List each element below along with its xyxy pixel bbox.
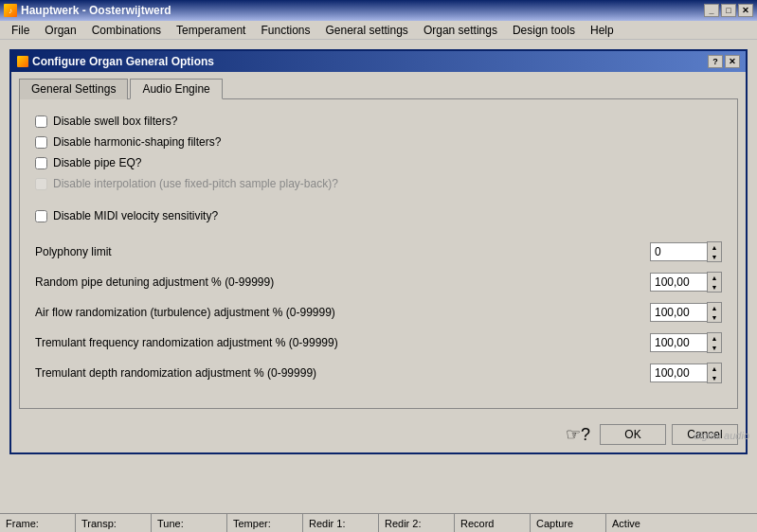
tremulant-freq-label: Tremulant frequency randomization adjust… xyxy=(35,336,338,349)
title-bar: ♪ Hauptwerk - Oosterwijtwerd _ □ ✕ xyxy=(0,0,757,21)
dialog-close-button[interactable]: ✕ xyxy=(725,55,740,68)
menu-file[interactable]: File xyxy=(4,22,37,39)
checkbox-swell-box-label: Disable swell box filters? xyxy=(53,115,177,128)
polyphony-up[interactable]: ▲ xyxy=(708,242,721,252)
watermark: digital audio xyxy=(694,430,749,441)
status-capture: Capture xyxy=(531,514,606,532)
tremulant-freq-down[interactable]: ▼ xyxy=(708,343,721,352)
menu-temperament[interactable]: Temperament xyxy=(169,22,253,39)
tremulant-depth-down[interactable]: ▼ xyxy=(708,373,721,382)
detuning-down[interactable]: ▼ xyxy=(708,282,721,292)
polyphony-input[interactable] xyxy=(650,242,707,261)
field-row-detuning: Random pipe detuning adjustment % (0-999… xyxy=(35,272,722,293)
field-row-airflow: Air flow randomization (turbulence) adju… xyxy=(35,302,722,323)
minimize-button[interactable]: _ xyxy=(704,4,719,17)
airflow-down[interactable]: ▼ xyxy=(708,312,721,322)
status-frame: Frame: xyxy=(0,514,76,532)
tremulant-depth-label: Tremulant depth randomization adjustment… xyxy=(35,366,316,380)
dialog-title-bar: Configure Organ General Options ? ✕ xyxy=(11,51,746,72)
status-redir1: Redir 1: xyxy=(303,514,379,532)
checkbox-interpolation-label: Disable interpolation (use fixed-pitch s… xyxy=(53,177,338,190)
detuning-up[interactable]: ▲ xyxy=(708,273,721,282)
app-icon: ♪ xyxy=(4,4,17,17)
status-record: Record xyxy=(455,514,531,532)
checkbox-row-4: Disable interpolation (use fixed-pitch s… xyxy=(35,177,722,190)
dialog-title: Configure Organ General Options xyxy=(32,55,214,68)
status-redir2: Redir 2: xyxy=(379,514,455,532)
tremulant-depth-up[interactable]: ▲ xyxy=(708,364,721,373)
checkbox-row-2: Disable harmonic-shaping filters? xyxy=(35,135,722,149)
detuning-spinbox: ▲ ▼ xyxy=(650,272,722,293)
status-temper: Temper: xyxy=(227,514,303,532)
field-row-tremulant-depth: Tremulant depth randomization adjustment… xyxy=(35,363,722,383)
content-panel: Disable swell box filters? Disable harmo… xyxy=(19,98,738,409)
menu-functions[interactable]: Functions xyxy=(253,22,317,39)
menu-combinations[interactable]: Combinations xyxy=(84,22,169,39)
configure-dialog: Configure Organ General Options ? ✕ Gene… xyxy=(9,49,748,454)
ok-button[interactable]: OK xyxy=(600,424,666,445)
checkbox-midi-velocity-label: Disable MIDI velocity sensitivity? xyxy=(53,209,218,222)
menu-bar: File Organ Combinations Temperament Func… xyxy=(0,21,757,40)
airflow-input[interactable] xyxy=(650,303,707,322)
tab-audio-engine[interactable]: Audio Engine xyxy=(130,79,222,99)
menu-general-settings[interactable]: General settings xyxy=(317,22,415,39)
polyphony-label: Polyphony limit xyxy=(35,245,112,258)
checkbox-midi-velocity[interactable] xyxy=(35,210,47,222)
dialog-footer: ☞? OK Cancel xyxy=(11,417,746,452)
detuning-input[interactable] xyxy=(650,273,707,292)
window-title: Hauptwerk - Oosterwijtwerd xyxy=(21,4,171,17)
status-transp: Transp: xyxy=(76,514,152,532)
menu-help[interactable]: Help xyxy=(583,22,622,39)
tremulant-depth-input[interactable] xyxy=(650,364,707,382)
checkbox-swell-box[interactable] xyxy=(35,115,47,128)
checkbox-row-3: Disable pipe EQ? xyxy=(35,156,722,169)
help-cursor-icon[interactable]: ☞? xyxy=(566,424,590,445)
checkbox-pipe-eq-label: Disable pipe EQ? xyxy=(53,156,141,169)
menu-organ-settings[interactable]: Organ settings xyxy=(416,22,505,39)
tab-bar: General Settings Audio Engine xyxy=(11,72,746,98)
airflow-label: Air flow randomization (turbulence) adju… xyxy=(35,306,335,319)
tab-general-settings[interactable]: General Settings xyxy=(19,79,128,99)
status-active: Active xyxy=(606,514,682,532)
airflow-up[interactable]: ▲ xyxy=(708,303,721,312)
checkbox-harmonic[interactable] xyxy=(35,136,47,149)
airflow-spinbox: ▲ ▼ xyxy=(650,302,722,323)
main-area: Configure Organ General Options ? ✕ Gene… xyxy=(0,40,757,464)
field-row-polyphony: Polyphony limit ▲ ▼ xyxy=(35,241,722,262)
dialog-help-button[interactable]: ? xyxy=(708,55,723,68)
tremulant-depth-spinbox: ▲ ▼ xyxy=(650,363,722,383)
menu-organ[interactable]: Organ xyxy=(37,22,83,39)
checkbox-row-1: Disable swell box filters? xyxy=(35,115,722,128)
checkbox-interpolation xyxy=(35,178,47,190)
close-button[interactable]: ✕ xyxy=(738,4,753,17)
dialog-icon xyxy=(17,56,28,67)
field-row-tremulant-freq: Tremulant frequency randomization adjust… xyxy=(35,332,722,353)
title-buttons: _ □ ✕ xyxy=(704,4,753,17)
tremulant-freq-input[interactable] xyxy=(650,333,707,352)
polyphony-down[interactable]: ▼ xyxy=(708,252,721,261)
polyphony-spinbox: ▲ ▼ xyxy=(650,241,722,262)
checkbox-pipe-eq[interactable] xyxy=(35,157,47,169)
tremulant-freq-spinbox: ▲ ▼ xyxy=(650,332,722,353)
status-tune: Tune: xyxy=(152,514,227,532)
detuning-label: Random pipe detuning adjustment % (0-999… xyxy=(35,275,274,289)
menu-design-tools[interactable]: Design tools xyxy=(505,22,583,39)
checkbox-harmonic-label: Disable harmonic-shaping filters? xyxy=(53,135,221,149)
maximize-button[interactable]: □ xyxy=(721,4,736,17)
tremulant-freq-up[interactable]: ▲ xyxy=(708,333,721,343)
checkbox-row-5: Disable MIDI velocity sensitivity? xyxy=(35,209,722,222)
status-bar: Frame: Transp: Tune: Temper: Redir 1: Re… xyxy=(0,513,757,532)
